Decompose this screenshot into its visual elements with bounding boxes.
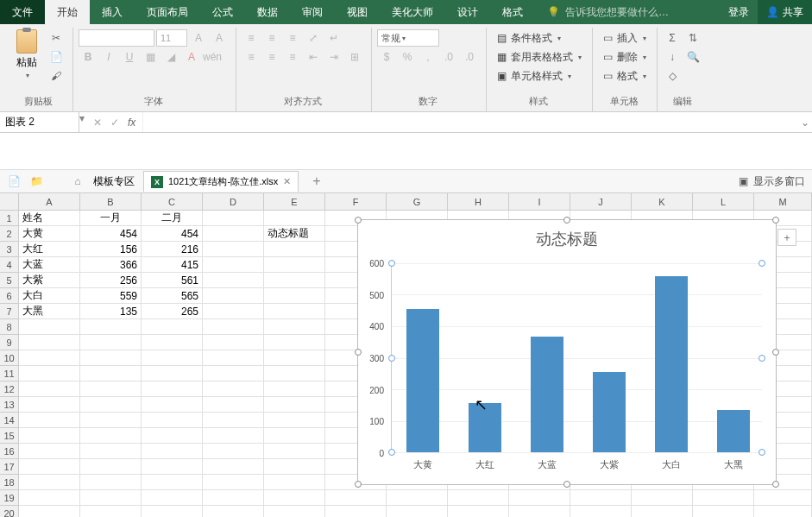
plot-resize-handle[interactable] <box>758 449 765 456</box>
align-center-button[interactable]: ≡ <box>262 48 281 66</box>
cell[interactable] <box>203 366 264 381</box>
cell[interactable] <box>19 335 80 350</box>
orientation-button[interactable]: ⤢ <box>304 29 323 47</box>
resize-handle[interactable] <box>355 481 362 488</box>
cell[interactable] <box>19 459 80 475</box>
cell[interactable] <box>80 444 142 459</box>
cell[interactable] <box>203 506 264 517</box>
align-right-button[interactable]: ≡ <box>283 48 302 66</box>
cell[interactable]: 大红 <box>19 242 80 257</box>
row-header[interactable]: 20 <box>0 506 19 517</box>
cell[interactable]: 135 <box>80 304 142 319</box>
percent-button[interactable]: % <box>398 48 417 66</box>
cell[interactable] <box>80 506 142 517</box>
conditional-format-button[interactable]: ▤条件格式▾ <box>492 29 585 47</box>
cell[interactable] <box>264 350 325 366</box>
cell[interactable] <box>325 506 387 517</box>
find-button[interactable]: 🔍 <box>683 48 702 66</box>
insert-cells-button[interactable]: ▭插入▾ <box>598 29 650 47</box>
cell[interactable] <box>264 381 325 397</box>
spreadsheet-grid[interactable]: ABCDEFGHIJKLM 1姓名一月二月2大黄454454动态标题3大红156… <box>0 193 812 517</box>
font-combo[interactable] <box>79 29 154 47</box>
cell[interactable] <box>80 381 142 397</box>
cell[interactable]: 561 <box>142 273 203 288</box>
column-header[interactable]: M <box>754 193 812 210</box>
border-button[interactable]: ▦ <box>141 48 160 66</box>
multiwindow-button[interactable]: 显示多窗口 <box>753 174 805 189</box>
plot-resize-handle[interactable] <box>388 355 395 362</box>
name-box-dropdown[interactable]: ▾ <box>79 112 86 132</box>
cell[interactable] <box>264 397 325 413</box>
chart-elements-button[interactable]: ＋ <box>777 229 796 246</box>
cell[interactable] <box>203 211 264 226</box>
cell[interactable] <box>19 413 80 428</box>
cell[interactable] <box>264 490 325 506</box>
name-box[interactable]: 图表 2 <box>0 112 79 132</box>
cut-button[interactable]: ✂ <box>47 29 66 47</box>
align-left-button[interactable]: ≡ <box>242 48 261 66</box>
row-header[interactable]: 7 <box>0 304 19 319</box>
row-header[interactable]: 12 <box>0 381 19 397</box>
cell[interactable]: 大蓝 <box>19 257 80 273</box>
cell[interactable] <box>325 490 387 506</box>
format-cells-button[interactable]: ▭格式▾ <box>598 67 650 85</box>
column-header[interactable]: I <box>509 193 570 210</box>
increase-font-button[interactable]: A <box>189 29 208 47</box>
cell[interactable] <box>19 397 80 413</box>
cell[interactable] <box>80 490 142 506</box>
cell[interactable] <box>80 475 142 490</box>
underline-button[interactable]: U <box>120 48 139 66</box>
chart-bar[interactable] <box>593 372 626 452</box>
resize-handle[interactable] <box>772 481 779 488</box>
row-header[interactable]: 11 <box>0 366 19 381</box>
cell[interactable] <box>142 475 203 490</box>
paste-button[interactable]: 粘贴 ▾ <box>10 29 43 79</box>
delete-cells-button[interactable]: ▭删除▾ <box>598 48 650 66</box>
doc-new-icon[interactable]: 📄 <box>7 174 21 188</box>
cell[interactable]: 415 <box>142 257 203 273</box>
column-header[interactable]: K <box>632 193 693 210</box>
row-header[interactable]: 13 <box>0 397 19 413</box>
cell[interactable] <box>80 350 142 366</box>
plot-resize-handle[interactable] <box>388 260 395 267</box>
cell[interactable] <box>448 490 509 506</box>
column-header[interactable]: G <box>387 193 448 210</box>
row-header[interactable]: 8 <box>0 319 19 335</box>
cell[interactable] <box>509 490 570 506</box>
column-header[interactable]: J <box>570 193 632 210</box>
cell[interactable] <box>142 413 203 428</box>
column-header[interactable]: F <box>325 193 387 210</box>
cell[interactable] <box>203 459 264 475</box>
cell[interactable]: 二月 <box>142 211 203 226</box>
cell[interactable]: 动态标题 <box>264 226 325 242</box>
row-header[interactable]: 16 <box>0 444 19 459</box>
cell[interactable] <box>142 335 203 350</box>
sort-button[interactable]: ⇅ <box>683 29 702 47</box>
cell[interactable] <box>203 350 264 366</box>
column-header[interactable]: E <box>264 193 325 210</box>
cell[interactable] <box>264 319 325 335</box>
resize-handle[interactable] <box>772 349 779 356</box>
cell[interactable] <box>203 397 264 413</box>
cell[interactable] <box>387 490 448 506</box>
cell[interactable] <box>264 413 325 428</box>
cell[interactable]: 156 <box>80 242 142 257</box>
cell[interactable] <box>203 444 264 459</box>
row-header[interactable]: 17 <box>0 459 19 475</box>
column-header[interactable]: L <box>693 193 754 210</box>
increase-decimal-button[interactable]: .0 <box>439 48 458 66</box>
cell[interactable]: 366 <box>80 257 142 273</box>
row-header[interactable]: 14 <box>0 413 19 428</box>
cell[interactable] <box>203 226 264 242</box>
chart-object[interactable]: 动态标题 0100200300400500600 大黄大红大蓝大紫大白大黑 ＋ <box>357 219 777 485</box>
cell[interactable] <box>264 335 325 350</box>
cell[interactable] <box>80 413 142 428</box>
cell[interactable] <box>693 506 754 517</box>
cell[interactable] <box>80 397 142 413</box>
row-header[interactable]: 3 <box>0 242 19 257</box>
cell[interactable] <box>754 490 812 506</box>
tab-insert[interactable]: 插入 <box>90 0 135 24</box>
column-header[interactable]: A <box>19 193 80 210</box>
plot-resize-handle[interactable] <box>758 355 765 362</box>
expand-formula-button[interactable]: ⌄ <box>798 112 812 132</box>
